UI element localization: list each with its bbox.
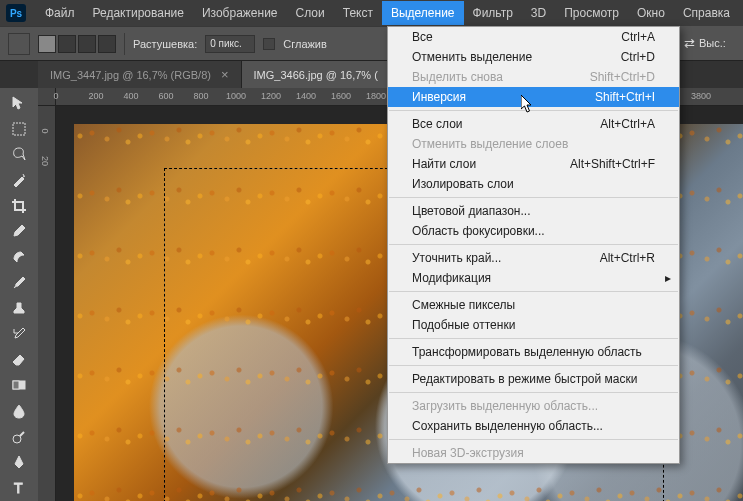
menu-выделение[interactable]: Выделение [382, 1, 464, 25]
menu-item-shortcut: Alt+Ctrl+R [600, 251, 655, 265]
wand-tool[interactable] [7, 168, 31, 192]
move-tool[interactable] [7, 91, 31, 115]
menu-редактирование[interactable]: Редактирование [84, 1, 193, 25]
menu-item-label: Все [412, 30, 433, 44]
type-tool[interactable]: T [7, 476, 31, 500]
menu-item: Выделить сноваShift+Ctrl+D [388, 67, 679, 87]
tools-panel: T [0, 88, 38, 501]
menu-item-label: Загрузить выделенную область... [412, 399, 598, 413]
history-brush-tool[interactable] [7, 322, 31, 346]
height-label: Выс.: [699, 37, 726, 49]
crop-tool[interactable] [7, 194, 31, 218]
menu-item-label: Инверсия [412, 90, 466, 104]
menu-item-label: Новая 3D-экструзия [412, 446, 524, 460]
menu-справка[interactable]: Справка [674, 1, 739, 25]
mode-add[interactable] [58, 35, 76, 53]
tab-label: IMG_3466.jpg @ 16,7% ( [254, 69, 378, 81]
menu-item-shortcut: Alt+Shift+Ctrl+F [570, 157, 655, 171]
link-icon: ⇄ [684, 36, 695, 51]
menu-item[interactable]: ВсеCtrl+A [388, 27, 679, 47]
menu-item: Новая 3D-экструзия [388, 443, 679, 463]
menu-item-label: Редактировать в режиме быстрой маски [412, 372, 637, 386]
menu-separator [389, 197, 678, 198]
menu-item[interactable]: Уточнить край...Alt+Ctrl+R [388, 248, 679, 268]
svg-point-3 [13, 435, 21, 443]
lasso-tool[interactable] [7, 142, 31, 166]
document-tab[interactable]: IMG_3466.jpg @ 16,7% (× [242, 61, 409, 88]
menu-просмотр[interactable]: Просмотр [555, 1, 628, 25]
close-icon[interactable]: × [221, 67, 229, 82]
antialias-checkbox[interactable] [263, 38, 275, 50]
eyedropper-tool[interactable] [7, 219, 31, 243]
ruler-vertical: 020 [38, 106, 56, 501]
menu-item-shortcut: Alt+Ctrl+A [600, 117, 655, 131]
document-tab[interactable]: IMG_3447.jpg @ 16,7% (RGB/8)× [38, 61, 242, 88]
menu-файл[interactable]: Файл [36, 1, 84, 25]
menu-item[interactable]: Модификация▸ [388, 268, 679, 288]
menu-item-label: Модификация [412, 271, 491, 285]
menu-item[interactable]: Смежные пикселы [388, 295, 679, 315]
pen-tool[interactable] [7, 451, 31, 475]
menu-item-shortcut: Shift+Ctrl+D [590, 70, 655, 84]
menu-изображение[interactable]: Изображение [193, 1, 287, 25]
menu-item: Загрузить выделенную область... [388, 396, 679, 416]
menu-item[interactable]: Область фокусировки... [388, 221, 679, 241]
menu-item-label: Область фокусировки... [412, 224, 545, 238]
separator [124, 33, 125, 55]
menu-3d[interactable]: 3D [522, 1, 555, 25]
marquee-tool[interactable] [7, 117, 31, 141]
brush-tool[interactable] [7, 271, 31, 295]
mode-intersect[interactable] [98, 35, 116, 53]
menu-separator [389, 338, 678, 339]
menu-текст[interactable]: Текст [334, 1, 382, 25]
menu-separator [389, 365, 678, 366]
menu-фильтр[interactable]: Фильтр [464, 1, 522, 25]
menu-item-label: Выделить снова [412, 70, 503, 84]
menu-separator [389, 291, 678, 292]
menu-item[interactable]: Цветовой диапазон... [388, 201, 679, 221]
menu-item[interactable]: ИнверсияShift+Ctrl+I [388, 87, 679, 107]
menu-item[interactable]: Изолировать слои [388, 174, 679, 194]
menubar: Ps ФайлРедактированиеИзображениеСлоиТекс… [0, 0, 743, 26]
menu-item-label: Сохранить выделенную область... [412, 419, 603, 433]
svg-text:T: T [14, 480, 23, 496]
menu-separator [389, 110, 678, 111]
menu-separator [389, 244, 678, 245]
menu-item-label: Трансформировать выделенную область [412, 345, 642, 359]
app-logo: Ps [6, 4, 26, 22]
menu-item[interactable]: Все слоиAlt+Ctrl+A [388, 114, 679, 134]
gradient-tool[interactable] [7, 374, 31, 398]
tab-label: IMG_3447.jpg @ 16,7% (RGB/8) [50, 69, 211, 81]
menu-item-label: Цветовой диапазон... [412, 204, 530, 218]
menu-окно[interactable]: Окно [628, 1, 674, 25]
menu-item-label: Отменить выделение [412, 50, 532, 64]
svg-rect-2 [13, 381, 19, 389]
dodge-tool[interactable] [7, 425, 31, 449]
mode-subtract[interactable] [78, 35, 96, 53]
stamp-tool[interactable] [7, 297, 31, 321]
menu-item[interactable]: Сохранить выделенную область... [388, 416, 679, 436]
menu-слои[interactable]: Слои [287, 1, 334, 25]
blur-tool[interactable] [7, 399, 31, 423]
antialias-label: Сглажив [283, 38, 327, 50]
menu-item[interactable]: Найти слоиAlt+Shift+Ctrl+F [388, 154, 679, 174]
menu-item-label: Уточнить край... [412, 251, 501, 265]
options-right: ⇄ Выс.: [680, 26, 743, 61]
menu-item[interactable]: Редактировать в режиме быстрой маски [388, 369, 679, 389]
mode-new[interactable] [38, 35, 56, 53]
submenu-arrow-icon: ▸ [665, 271, 671, 285]
menu-item-label: Изолировать слои [412, 177, 514, 191]
menu-item[interactable]: Трансформировать выделенную область [388, 342, 679, 362]
eraser-tool[interactable] [7, 348, 31, 372]
healing-tool[interactable] [7, 245, 31, 269]
menu-item[interactable]: Отменить выделениеCtrl+D [388, 47, 679, 67]
feather-input[interactable] [205, 35, 255, 53]
menu-item-label: Смежные пикселы [412, 298, 515, 312]
menu-item[interactable]: Подобные оттенки [388, 315, 679, 335]
menu-item-label: Найти слои [412, 157, 476, 171]
feather-label: Растушевка: [133, 38, 197, 50]
menu-item: Отменить выделение слоев [388, 134, 679, 154]
menu-item-label: Отменить выделение слоев [412, 137, 568, 151]
tool-preset[interactable] [8, 33, 30, 55]
selection-menu-dropdown: ВсеCtrl+AОтменить выделениеCtrl+DВыделит… [387, 26, 680, 464]
